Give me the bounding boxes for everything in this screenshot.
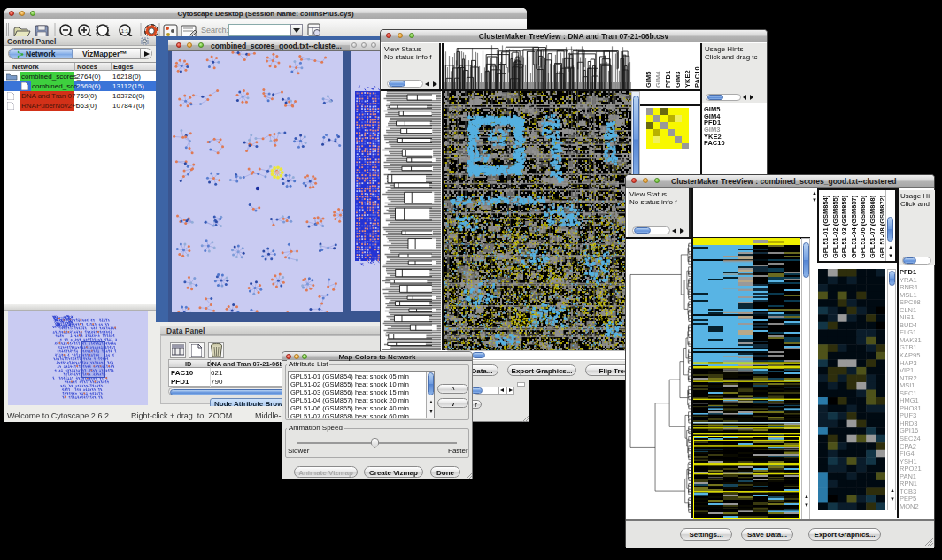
svg-text:1:1: 1:1 (121, 28, 129, 34)
